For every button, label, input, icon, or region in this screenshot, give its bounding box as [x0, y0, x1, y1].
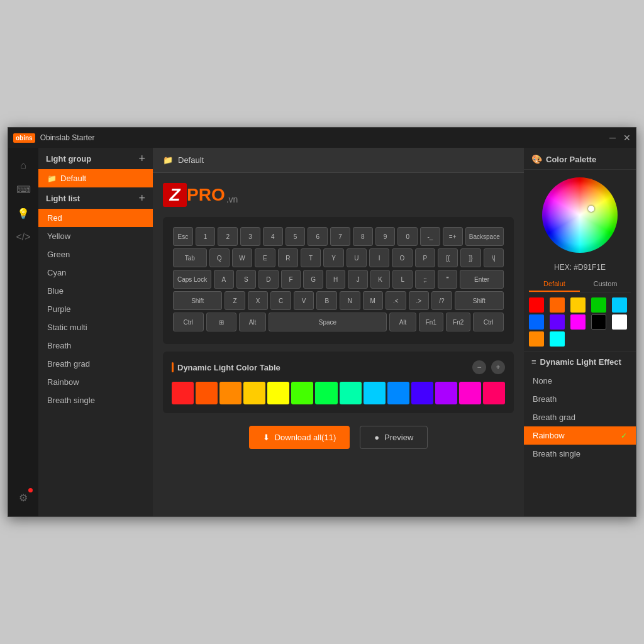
palette-swatch-purple[interactable] — [550, 314, 565, 330]
key-5[interactable]: 5 — [286, 227, 306, 246]
key-0[interactable]: 0 — [397, 227, 418, 246]
key-o[interactable]: O — [392, 248, 412, 267]
swatch-5[interactable] — [267, 382, 289, 404]
key-equals[interactable]: =+ — [443, 227, 463, 246]
key-slash[interactable]: /? — [431, 291, 452, 310]
key-rctrl[interactable]: Ctrl — [473, 313, 504, 331]
swatch-8[interactable] — [340, 382, 362, 404]
key-backspace[interactable]: Backspace — [465, 227, 504, 246]
palette-swatch-amber[interactable] — [529, 331, 544, 347]
key-quote[interactable]: '" — [438, 270, 458, 289]
nav-keyboard-icon[interactable]: ⌨ — [12, 178, 35, 201]
key-h[interactable]: H — [326, 270, 346, 289]
key-rshift[interactable]: Shift — [455, 291, 504, 310]
palette-swatch-black[interactable] — [591, 314, 606, 330]
list-item-blue[interactable]: Blue — [38, 282, 153, 300]
swatch-11[interactable] — [411, 382, 433, 404]
preview-button[interactable]: ● Preview — [360, 426, 428, 449]
effect-breath-single[interactable]: Breath single — [524, 445, 636, 463]
swatch-7[interactable] — [315, 382, 337, 404]
key-v[interactable]: V — [294, 291, 314, 310]
swatch-10[interactable] — [387, 382, 409, 404]
key-a[interactable]: A — [214, 270, 234, 289]
list-item-purple[interactable]: Purple — [38, 300, 153, 318]
key-space[interactable]: Space — [269, 313, 387, 331]
key-comma[interactable]: .< — [386, 291, 406, 310]
minimize-button[interactable]: ─ — [609, 133, 616, 142]
palette-swatch-cyan[interactable] — [612, 297, 627, 313]
key-3[interactable]: 3 — [240, 227, 260, 246]
swatch-12[interactable] — [435, 382, 457, 404]
color-wheel[interactable] — [542, 177, 618, 253]
key-lctrl[interactable]: Ctrl — [173, 313, 204, 331]
key-y[interactable]: Y — [323, 248, 343, 267]
key-b[interactable]: B — [316, 291, 337, 310]
key-g[interactable]: G — [303, 270, 323, 289]
palette-swatch-aqua[interactable] — [550, 331, 565, 347]
palette-swatch-white[interactable] — [612, 314, 627, 330]
list-item-static-multi[interactable]: Static multi — [38, 318, 153, 336]
list-item-breath-grad[interactable]: Breath grad — [38, 355, 153, 373]
key-x[interactable]: X — [248, 291, 269, 310]
key-f[interactable]: F — [281, 270, 301, 289]
key-q[interactable]: Q — [209, 248, 230, 267]
key-lalt[interactable]: Alt — [239, 313, 265, 331]
nav-home-icon[interactable]: ⌂ — [12, 154, 35, 177]
key-period[interactable]: .> — [409, 291, 430, 310]
key-1[interactable]: 1 — [196, 227, 216, 246]
list-item-cyan[interactable]: Cyan — [38, 264, 153, 282]
add-group-button[interactable]: + — [138, 153, 145, 164]
key-n[interactable]: N — [340, 291, 360, 310]
key-m[interactable]: M — [363, 291, 384, 310]
key-8[interactable]: 8 — [353, 227, 373, 246]
palette-swatch-yellow[interactable] — [570, 297, 586, 313]
key-6[interactable]: 6 — [308, 227, 328, 246]
swatch-3[interactable] — [219, 382, 242, 404]
swatch-1[interactable] — [172, 382, 194, 404]
swatch-6[interactable] — [291, 382, 313, 404]
key-s[interactable]: S — [236, 270, 257, 289]
color-table-minus[interactable]: − — [472, 360, 486, 374]
group-item-default[interactable]: 📁 Default — [38, 169, 153, 187]
nav-light-icon[interactable]: 💡 — [12, 202, 35, 225]
key-lshift[interactable]: Shift — [173, 291, 222, 310]
close-button[interactable]: ✕ — [623, 133, 631, 142]
effect-breath-grad[interactable]: Breath grad — [524, 408, 636, 426]
palette-swatch-blue[interactable] — [529, 314, 544, 330]
effect-breath[interactable]: Breath — [524, 390, 636, 408]
key-backslash[interactable]: \| — [484, 248, 504, 267]
key-esc[interactable]: Esc — [173, 227, 193, 246]
key-l[interactable]: L — [392, 270, 413, 289]
swatch-4[interactable] — [243, 382, 265, 404]
key-p[interactable]: P — [415, 248, 435, 267]
list-item-breath[interactable]: Breath — [38, 336, 153, 355]
key-win[interactable]: ⊞ — [206, 313, 237, 331]
key-fn1[interactable]: Fn1 — [419, 313, 443, 331]
key-j[interactable]: J — [348, 270, 368, 289]
key-2[interactable]: 2 — [218, 227, 238, 246]
key-7[interactable]: 7 — [330, 227, 350, 246]
key-capslock[interactable]: Caps Lock — [173, 270, 211, 289]
effect-none[interactable]: None — [524, 372, 636, 390]
swatch-13[interactable] — [459, 382, 481, 404]
key-k[interactable]: K — [370, 270, 391, 289]
nav-settings-icon[interactable]: ⚙ — [12, 486, 35, 509]
key-ralt[interactable]: Alt — [389, 313, 416, 331]
color-table-plus[interactable]: + — [491, 360, 505, 374]
add-light-button[interactable]: + — [138, 192, 145, 204]
key-fn2[interactable]: Fn2 — [446, 313, 470, 331]
palette-swatch-magenta[interactable] — [570, 314, 586, 330]
key-i[interactable]: I — [369, 248, 389, 267]
list-item-rainbow[interactable]: Rainbow — [38, 373, 153, 391]
list-item-breath-single[interactable]: Breath single — [38, 391, 153, 409]
tab-default[interactable]: Defalut — [529, 277, 580, 292]
download-button[interactable]: ⬇ Download all(11) — [249, 426, 350, 449]
key-rbracket[interactable]: ]} — [460, 248, 480, 267]
key-u[interactable]: U — [347, 248, 367, 267]
key-lbracket[interactable]: [{ — [438, 248, 458, 267]
nav-code-icon[interactable]: </> — [12, 226, 35, 248]
key-minus[interactable]: -_ — [420, 227, 440, 246]
key-e[interactable]: E — [255, 248, 275, 267]
key-w[interactable]: W — [232, 248, 252, 267]
swatch-9[interactable] — [364, 382, 386, 404]
